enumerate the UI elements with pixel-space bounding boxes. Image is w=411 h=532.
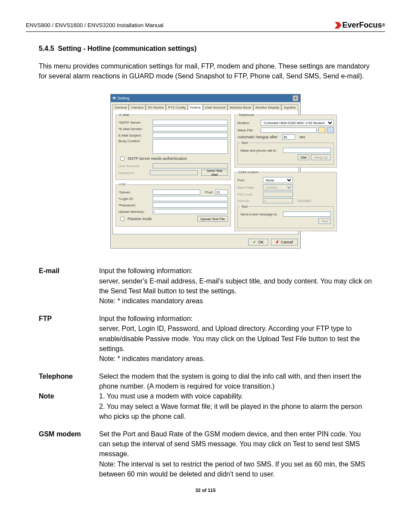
def-note-term: Note: [39, 391, 99, 401]
send-test-mail-button[interactable]: Send Test Mail: [201, 170, 228, 176]
def-tel-body: Select the modem that the system is goin…: [99, 371, 372, 391]
telephone-group: Telephone Modem:Conexant HDA D330 MDC V.…: [234, 113, 337, 168]
gsm-baud-select: 115200: [263, 184, 293, 190]
ftp-login-input[interactable]: [153, 196, 228, 201]
tab-io[interactable]: I/O Device: [146, 104, 166, 110]
passive-mode-checkbox[interactable]: [120, 217, 125, 221]
tab-address[interactable]: Address Book: [227, 104, 253, 110]
modem-select[interactable]: Conexant HDA D330 MDC V.92 Modem: [261, 120, 334, 126]
telephone-test-group: Test Make test phone call to: DialHang U…: [237, 141, 334, 165]
smtp-pass-input: [150, 170, 198, 175]
upload-test-file-button[interactable]: Upload Test File: [197, 216, 228, 222]
def-email-term: E-mail: [39, 266, 99, 276]
tab-user[interactable]: User Account: [203, 104, 228, 110]
gsm-test-button: Test: [318, 218, 331, 224]
section-heading: 5.4.5 Setting - Hotline (communication s…: [39, 45, 372, 53]
ftp-server-input[interactable]: [153, 190, 200, 195]
browse-icon[interactable]: [318, 127, 325, 133]
def-ftp-term: FTP: [39, 314, 99, 324]
email-body-input[interactable]: [153, 139, 228, 154]
email-subject-input[interactable]: [153, 133, 228, 138]
ftp-password-input[interactable]: [153, 202, 228, 208]
wave-file-input[interactable]: [261, 128, 317, 133]
tab-camera[interactable]: Camera: [129, 104, 145, 110]
smtp-user-input: [153, 163, 228, 168]
def-gsm-term: GSM modem: [39, 429, 99, 439]
def-email-body: Input the following information: server,…: [99, 266, 372, 306]
gsm-group: GSM modem Port:None Baud Rate:115200 PIN…: [234, 170, 337, 231]
smtp-server-input[interactable]: [153, 120, 228, 125]
tab-monitor[interactable]: Monitor Display: [253, 104, 281, 110]
ftp-upload-dir-input[interactable]: [153, 209, 228, 214]
brand-logo: EverFocus®: [335, 21, 385, 30]
gsm-interval-input: [263, 198, 293, 203]
gsm-pin-input: [263, 192, 293, 197]
def-note-body: 1. You must use a modem with voice capab…: [99, 391, 372, 421]
settings-dialog: 🛠 Setting × General Camera I/O Device PT…: [110, 94, 301, 249]
smtp-auth-checkbox[interactable]: [120, 156, 125, 161]
dial-button[interactable]: Dial: [298, 154, 310, 160]
play-icon[interactable]: [327, 127, 334, 133]
email-sender-input[interactable]: [153, 126, 228, 131]
section-intro: This menu provides communication setting…: [39, 61, 372, 81]
gsm-test-group: Test Send a test message to: Test: [237, 205, 334, 228]
ok-button[interactable]: ✓OK: [248, 239, 268, 246]
test-phone-input[interactable]: [283, 148, 331, 153]
def-tel-term: Telephone: [39, 371, 99, 381]
dialog-titlebar: 🛠 Setting ×: [111, 94, 300, 102]
tab-general[interactable]: General: [112, 104, 129, 110]
hangup-button: Hang Up: [311, 154, 331, 160]
tab-ptz[interactable]: PTZ Config: [166, 104, 187, 110]
def-gsm-body: Set the Port and Baud Rate of the GSM mo…: [99, 429, 372, 479]
dialog-tabs: General Camera I/O Device PTZ Config Hot…: [111, 102, 300, 110]
tab-joystick[interactable]: Joystick: [281, 104, 298, 110]
cancel-button[interactable]: ✗Cancel: [271, 239, 298, 246]
logo-icon: [335, 22, 342, 29]
def-ftp-body: Input the following information: server,…: [99, 314, 372, 364]
page-number: 32 of 115: [39, 488, 372, 493]
gsm-port-select[interactable]: None: [263, 177, 293, 183]
gsm-test-input[interactable]: [283, 212, 331, 217]
ftp-port-input[interactable]: [215, 190, 228, 195]
ftp-group: FTP *Server:*Port: *Login ID: *Password:…: [115, 183, 231, 227]
email-group: E-Mail *SMTP Server: *E-Mail Sender: E-M…: [115, 113, 231, 180]
hangup-seconds-input[interactable]: [282, 134, 295, 140]
close-icon[interactable]: ×: [293, 95, 299, 101]
tab-hotline[interactable]: Hotline: [188, 104, 203, 110]
manual-title: ENVS800 / ENVS1600 / ENVS3200 Installati…: [26, 22, 163, 28]
